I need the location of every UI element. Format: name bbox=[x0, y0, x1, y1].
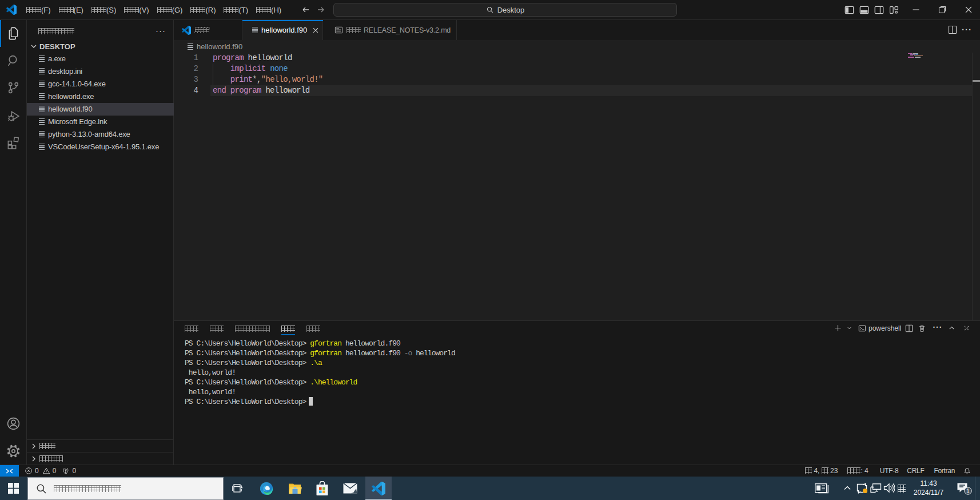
svg-text:1: 1 bbox=[966, 487, 970, 494]
